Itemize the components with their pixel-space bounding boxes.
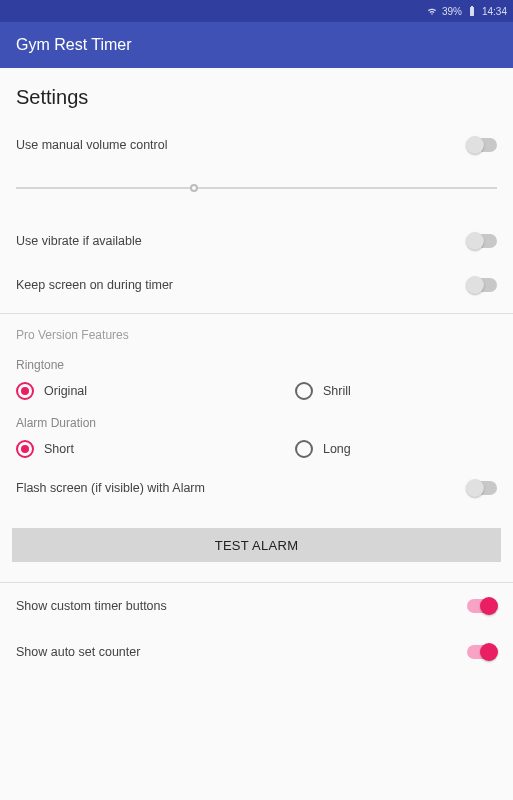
radio-label: Short <box>44 442 74 456</box>
test-alarm-wrap: TEST ALARM <box>0 510 513 576</box>
auto-set-row[interactable]: Show auto set counter <box>0 629 513 675</box>
radio-icon[interactable] <box>295 382 313 400</box>
clock-time: 14:34 <box>482 6 507 17</box>
app-bar: Gym Rest Timer <box>0 22 513 68</box>
app-title: Gym Rest Timer <box>16 36 132 54</box>
vibrate-row[interactable]: Use vibrate if available <box>0 219 513 263</box>
ringtone-radio-group: Original Shrill <box>0 378 513 408</box>
duration-long[interactable]: Long <box>295 440 497 458</box>
radio-icon[interactable] <box>16 440 34 458</box>
keep-screen-switch[interactable] <box>467 278 497 292</box>
settings-content: Settings Use manual volume control Use v… <box>0 68 513 675</box>
duration-radio-group: Short Long <box>0 436 513 466</box>
manual-volume-label: Use manual volume control <box>16 138 167 152</box>
radio-icon[interactable] <box>16 382 34 400</box>
ringtone-original[interactable]: Original <box>16 382 295 400</box>
radio-label: Shrill <box>323 384 351 398</box>
keep-screen-label: Keep screen on during timer <box>16 278 173 292</box>
volume-slider[interactable] <box>16 187 497 189</box>
pro-header: Pro Version Features <box>0 314 513 350</box>
radio-label: Long <box>323 442 351 456</box>
flash-screen-label: Flash screen (if visible) with Alarm <box>16 481 205 495</box>
ringtone-label: Ringtone <box>0 350 513 378</box>
ringtone-shrill[interactable]: Shrill <box>295 382 497 400</box>
page-title: Settings <box>0 68 513 123</box>
custom-buttons-switch[interactable] <box>467 599 497 613</box>
manual-volume-row[interactable]: Use manual volume control <box>0 123 513 167</box>
slider-thumb-icon[interactable] <box>190 184 198 192</box>
auto-set-label: Show auto set counter <box>16 645 140 659</box>
wifi-icon <box>426 5 438 17</box>
battery-icon <box>466 5 478 17</box>
flash-screen-switch[interactable] <box>467 481 497 495</box>
vibrate-label: Use vibrate if available <box>16 234 142 248</box>
duration-label: Alarm Duration <box>0 408 513 436</box>
flash-screen-row[interactable]: Flash screen (if visible) with Alarm <box>0 466 513 510</box>
radio-label: Original <box>44 384 87 398</box>
radio-icon[interactable] <box>295 440 313 458</box>
auto-set-switch[interactable] <box>467 645 497 659</box>
vibrate-switch[interactable] <box>467 234 497 248</box>
test-alarm-button[interactable]: TEST ALARM <box>12 528 501 562</box>
keep-screen-row[interactable]: Keep screen on during timer <box>0 263 513 307</box>
custom-buttons-label: Show custom timer buttons <box>16 599 167 613</box>
battery-percent: 39% <box>442 6 462 17</box>
manual-volume-switch[interactable] <box>467 138 497 152</box>
status-bar: 39% 14:34 <box>0 0 513 22</box>
duration-short[interactable]: Short <box>16 440 295 458</box>
custom-buttons-row[interactable]: Show custom timer buttons <box>0 583 513 629</box>
volume-slider-wrap <box>0 167 513 219</box>
